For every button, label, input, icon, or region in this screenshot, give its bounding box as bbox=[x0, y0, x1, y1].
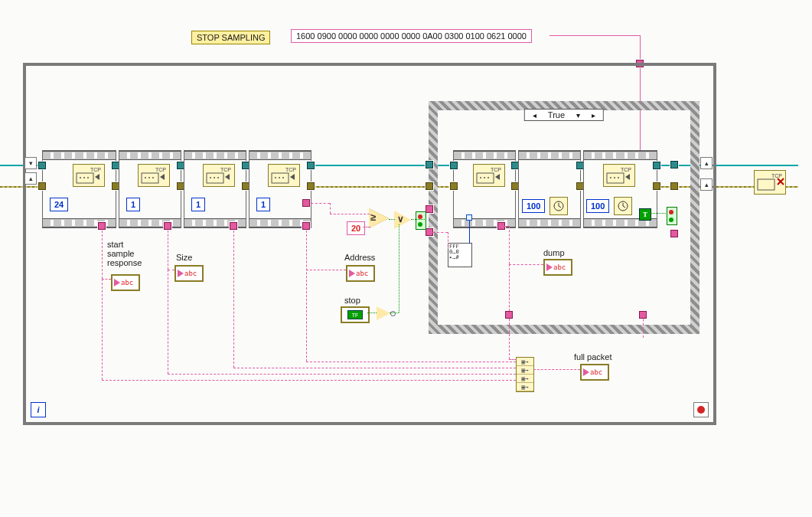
chevron-down-icon[interactable]: ▾ bbox=[572, 111, 585, 119]
label-dump: dump bbox=[543, 248, 565, 257]
sequence-frame-5 bbox=[453, 150, 516, 228]
svg-rect-6 bbox=[142, 173, 158, 183]
indicator-start-sample-response[interactable]: abc bbox=[111, 274, 140, 291]
svg-rect-33 bbox=[758, 179, 774, 190]
not-icon bbox=[377, 306, 390, 320]
tunnel bbox=[639, 311, 647, 319]
numeric-constant-20: 20 bbox=[347, 221, 365, 235]
svg-text:TCP: TCP bbox=[491, 167, 501, 172]
hex-to-number-icon: FFF 0…0 ▸…# bbox=[448, 243, 472, 267]
shift-register: ▴ bbox=[24, 172, 37, 185]
svg-text:TCP: TCP bbox=[621, 167, 631, 172]
label-start-sample-response: start sample response bbox=[107, 240, 142, 267]
svg-point-29 bbox=[614, 177, 615, 178]
tunnel bbox=[670, 230, 678, 237]
sequence-frame-6 bbox=[518, 150, 581, 228]
tunnel bbox=[670, 182, 678, 190]
label-size: Size bbox=[176, 253, 192, 262]
select-true-false-icon bbox=[416, 211, 426, 230]
labview-block-diagram: { "labels": { "stop_sampling": "STOP SAM… bbox=[0, 0, 812, 517]
sequence-frame-2 bbox=[119, 150, 181, 228]
svg-rect-1 bbox=[77, 173, 93, 183]
svg-rect-21 bbox=[477, 173, 494, 183]
svg-text:TCP: TCP bbox=[220, 167, 231, 172]
svg-point-28 bbox=[610, 177, 611, 178]
case-conditional-terminal bbox=[667, 207, 677, 225]
sequence-frame-3 bbox=[184, 150, 246, 228]
svg-point-23 bbox=[484, 177, 485, 178]
svg-text:TCP: TCP bbox=[90, 167, 101, 172]
tcp-read-icon: TCP bbox=[73, 164, 105, 187]
svg-text:TCP: TCP bbox=[771, 173, 782, 178]
svg-text:TCP: TCP bbox=[155, 167, 166, 172]
wait-ms-icon bbox=[614, 197, 632, 215]
svg-point-18 bbox=[279, 177, 280, 178]
tcp-read-icon: TCP bbox=[203, 164, 235, 187]
svg-point-17 bbox=[275, 177, 276, 178]
svg-point-7 bbox=[145, 177, 146, 178]
string-constant-packet: 1600 0900 0000 0000 0000 0000 0A00 0300 … bbox=[291, 29, 532, 43]
control-stop[interactable]: TF bbox=[341, 306, 370, 323]
chevron-right-icon[interactable]: ▸ bbox=[587, 111, 600, 119]
svg-point-14 bbox=[217, 177, 219, 178]
numeric-constant-100: 100 bbox=[586, 199, 609, 213]
chevron-left-icon[interactable]: ◂ bbox=[528, 111, 541, 119]
label-full-packet: full packet bbox=[574, 352, 612, 362]
svg-point-8 bbox=[148, 177, 150, 178]
case-selector[interactable]: ◂ True ▾ ▸ bbox=[524, 109, 604, 121]
concatenate-strings-icon: ▣→▣→▣→▣→ bbox=[516, 357, 534, 392]
tunnel bbox=[670, 161, 678, 169]
svg-point-3 bbox=[83, 177, 85, 178]
tunnel bbox=[426, 182, 433, 190]
numeric-constant-1: 1 bbox=[126, 198, 140, 211]
indicator-size[interactable]: abc bbox=[174, 265, 204, 282]
tcp-read-icon: TCP bbox=[268, 164, 300, 187]
numeric-constant-24: 24 bbox=[50, 198, 68, 211]
svg-point-12 bbox=[210, 177, 211, 178]
sequence-frame-1 bbox=[42, 150, 116, 228]
boolean-constant-true: T bbox=[639, 208, 651, 221]
sequence-frame-4 bbox=[249, 150, 311, 228]
svg-point-22 bbox=[480, 177, 481, 178]
label-stop: stop bbox=[344, 296, 360, 305]
svg-point-24 bbox=[488, 177, 489, 178]
wait-ms-icon bbox=[549, 197, 568, 215]
indicator-full-packet[interactable]: abc bbox=[580, 364, 609, 381]
svg-point-9 bbox=[152, 177, 154, 178]
tunnel bbox=[426, 205, 433, 213]
numeric-constant-1: 1 bbox=[256, 198, 270, 211]
comment-stop-sampling: STOP SAMPLING bbox=[191, 31, 270, 44]
tcp-read-icon: TCP bbox=[138, 164, 170, 187]
while-iteration-terminal: i bbox=[31, 402, 46, 417]
tcp-write-icon: TCP bbox=[603, 164, 635, 187]
svg-point-4 bbox=[87, 177, 89, 178]
svg-text:TCP: TCP bbox=[285, 167, 296, 172]
svg-point-19 bbox=[282, 177, 284, 178]
label-address: Address bbox=[344, 253, 375, 262]
indicator-address[interactable]: abc bbox=[346, 265, 375, 282]
tunnel bbox=[505, 311, 513, 319]
numeric-constant-100: 100 bbox=[522, 199, 545, 213]
svg-point-30 bbox=[618, 177, 619, 178]
while-stop-terminal[interactable] bbox=[693, 402, 709, 417]
or-icon bbox=[394, 211, 411, 229]
svg-point-2 bbox=[80, 177, 81, 178]
tunnel bbox=[426, 228, 433, 236]
shift-register: ▴ bbox=[700, 157, 713, 169]
svg-rect-11 bbox=[207, 173, 223, 183]
svg-rect-16 bbox=[272, 173, 289, 183]
svg-point-13 bbox=[214, 177, 215, 178]
svg-rect-27 bbox=[607, 173, 624, 183]
tcp-close-icon: TCP bbox=[754, 170, 786, 195]
tcp-read-icon: TCP bbox=[473, 164, 505, 187]
indicator-dump[interactable]: abc bbox=[543, 259, 572, 276]
tunnel bbox=[426, 161, 433, 169]
greater-or-equal-icon bbox=[369, 208, 389, 228]
numeric-constant-1: 1 bbox=[191, 198, 205, 211]
shift-register: ▾ bbox=[24, 157, 37, 169]
shift-register: ▴ bbox=[700, 178, 713, 191]
